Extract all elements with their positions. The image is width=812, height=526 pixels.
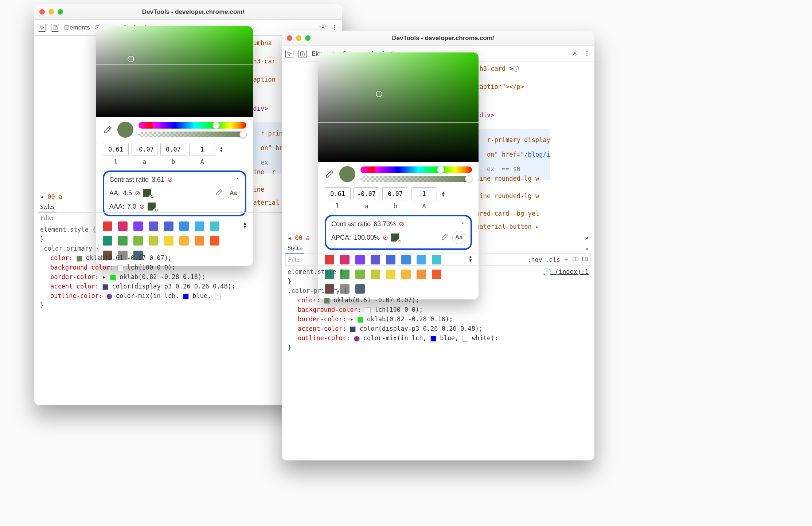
spectrum-area[interactable] [96, 26, 253, 117]
alpha-slider[interactable] [138, 132, 246, 137]
hue-thumb[interactable] [437, 166, 444, 173]
b-input[interactable] [382, 187, 408, 200]
a-input[interactable] [132, 143, 157, 156]
device-toggle-icon[interactable] [51, 24, 59, 32]
breadcrumb-item[interactable]: a [306, 234, 310, 242]
color-swatch[interactable] [215, 294, 221, 299]
l-input[interactable] [325, 187, 351, 200]
styles-tab[interactable]: Styles [38, 202, 56, 212]
chevron-up-icon[interactable]: ⌃ [461, 221, 465, 227]
color-swatch[interactable] [117, 265, 123, 271]
alpha-input[interactable] [189, 143, 215, 156]
css-prop[interactable]: background-color [298, 306, 358, 313]
color-mix-swatch[interactable] [106, 294, 112, 299]
rule-selector[interactable]: .color-primary { [288, 286, 589, 295]
kebab-menu-icon[interactable]: ⋮ [332, 24, 339, 31]
color-swatch[interactable] [102, 284, 108, 290]
spectrum-cursor[interactable] [376, 91, 382, 97]
close-icon[interactable] [39, 9, 45, 15]
css-value[interactable]: lch(100 0 0) [375, 306, 419, 313]
hue-thumb[interactable] [212, 122, 220, 129]
color-swatch[interactable] [77, 256, 82, 262]
l-input[interactable] [103, 143, 129, 156]
format-toggle[interactable]: ▲▼ [441, 187, 445, 200]
window-title: DevTools - developer.chrome.com/ [297, 35, 589, 42]
css-prop[interactable]: color [298, 297, 316, 304]
color-swatch[interactable] [110, 275, 116, 280]
hue-slider[interactable] [360, 166, 472, 173]
css-prop[interactable]: background-color [50, 264, 110, 271]
more-tabs-icon[interactable]: » [585, 245, 589, 252]
color-mix-swatch[interactable] [354, 336, 360, 342]
css-value[interactable]: color-mix(in lch, [116, 292, 179, 299]
breadcrumb-item[interactable]: a [59, 193, 62, 200]
hue-slider[interactable] [138, 122, 246, 129]
css-prop[interactable]: accent-color [298, 325, 343, 332]
css-value[interactable]: color-mix(in lch, [363, 334, 427, 342]
alpha-input[interactable] [411, 187, 437, 200]
alpha-slider[interactable] [360, 176, 472, 182]
inspect-icon[interactable] [38, 24, 46, 32]
spectrum-cursor[interactable] [128, 56, 134, 62]
css-value[interactable]: oklab(0.82 -0.28 0.18) [367, 315, 449, 323]
titlebar: DevTools - developer.chrome.com/ [34, 4, 342, 20]
svg-rect-4 [303, 53, 305, 56]
css-value[interactable]: color(display-p3 0.26 0.26 0.48) [360, 325, 479, 332]
css-prop[interactable]: outline-color [298, 334, 346, 342]
color-swatch[interactable] [462, 336, 468, 342]
css-prop[interactable]: outline-color [50, 292, 99, 299]
css-prop[interactable]: accent-color [50, 283, 95, 290]
styles-tab[interactable]: Styles [285, 243, 304, 254]
styles-filter-input[interactable]: Filter [288, 256, 524, 263]
color-swatch[interactable] [350, 326, 356, 332]
css-value[interactable]: oklab(0.61 -0.07 0.07) [86, 254, 168, 262]
dom-link[interactable]: /blog/i [524, 151, 550, 158]
b-label: b [160, 158, 186, 165]
b-input[interactable] [160, 143, 186, 156]
eyedropper-icon[interactable] [325, 169, 334, 179]
css-value[interactable]: oklab(0.61 -0.07 0.07) [333, 297, 415, 304]
device-toggle-icon[interactable] [298, 50, 307, 58]
css-value[interactable]: oklab(0.82 -0.28 0.18) [120, 273, 202, 280]
color-swatch[interactable] [324, 298, 330, 304]
window-title: DevTools - developer.chrome.com/ [49, 8, 337, 16]
format-toggle[interactable]: ▲▼ [219, 143, 223, 156]
close-icon[interactable] [287, 35, 292, 41]
breadcrumb-item[interactable]: 00 [295, 234, 302, 242]
styles-filter-input[interactable]: Filter [40, 214, 318, 221]
fail-icon: ⊘ [167, 176, 173, 184]
color-swatch[interactable] [365, 307, 371, 313]
sidebar-toggle-icon[interactable] [582, 256, 588, 264]
color-swatch[interactable] [183, 294, 189, 299]
rule-close: } [288, 276, 589, 286]
source-link[interactable]: 📄 (index):1 [544, 268, 589, 275]
color-swatch[interactable] [358, 317, 363, 323]
css-prop[interactable]: border-color [50, 273, 95, 280]
css-value[interactable]: color(display-p3 0.26 0.26 0.48) [112, 283, 232, 290]
cls-toggle[interactable]: .cls [545, 256, 560, 263]
new-rule-icon[interactable]: ＋ [563, 255, 569, 264]
a-input[interactable] [354, 187, 379, 200]
inspect-icon[interactable] [285, 50, 293, 58]
eyedropper-icon[interactable] [103, 125, 112, 134]
css-value[interactable]: lch(100 0 0) [127, 264, 172, 271]
spectrum-area[interactable] [318, 52, 479, 162]
layout-icon[interactable] [572, 256, 579, 264]
fail-icon: ⊘ [399, 220, 404, 228]
current-color-swatch [339, 166, 355, 182]
breadcrumb[interactable]: .material-button ▸ [472, 223, 539, 230]
crumb-prev-icon[interactable]: ◂ [40, 193, 44, 200]
gear-icon[interactable] [571, 49, 579, 58]
dom-text: r-primary display on" href="/blog/i ex =… [472, 129, 550, 180]
crumb-more-icon[interactable]: » [585, 234, 589, 242]
breadcrumb-item[interactable]: 00 [47, 193, 55, 200]
kebab-menu-icon[interactable]: ⋮ [584, 50, 591, 58]
css-prop[interactable]: border-color [298, 315, 343, 323]
crumb-prev-icon[interactable]: ◂ [288, 234, 291, 242]
chevron-up-icon[interactable]: ⌃ [235, 177, 240, 183]
color-swatch[interactable] [430, 336, 436, 342]
css-prop[interactable]: color [50, 254, 69, 262]
alpha-thumb[interactable] [465, 175, 472, 182]
tab-elements[interactable]: Elements [64, 24, 90, 31]
alpha-thumb[interactable] [239, 131, 247, 138]
